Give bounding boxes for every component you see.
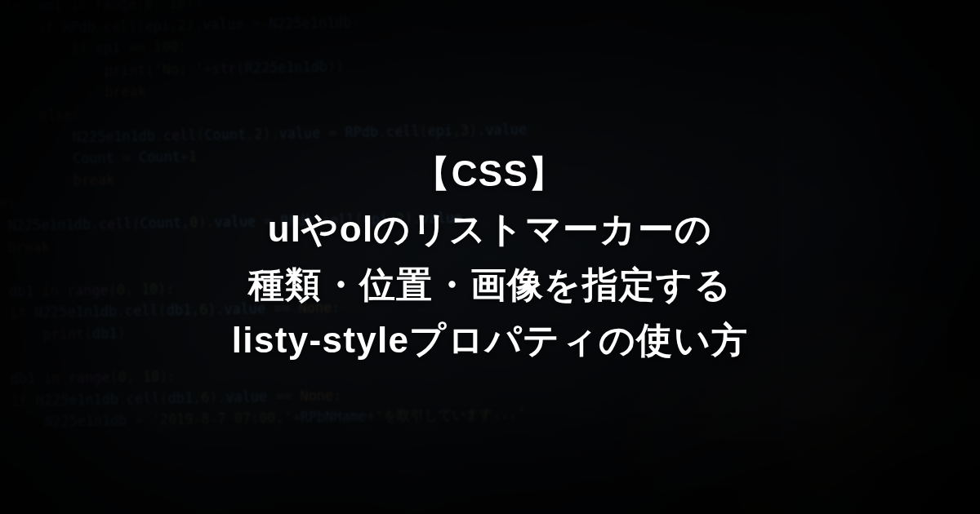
title-line-1: 【CSS】 bbox=[414, 146, 565, 202]
title-line-2: ulやolのリストマーカーの bbox=[268, 202, 713, 257]
title-line-4: listy-styleプロパティの使い方 bbox=[232, 312, 748, 368]
title-container: 【CSS】 ulやolのリストマーカーの 種類・位置・画像を指定する listy… bbox=[0, 0, 980, 514]
title-line-3: 種類・位置・画像を指定する bbox=[248, 257, 732, 312]
hero-backdrop: for epi in range(0, 10): if RPdb.cell(ep… bbox=[0, 0, 980, 514]
